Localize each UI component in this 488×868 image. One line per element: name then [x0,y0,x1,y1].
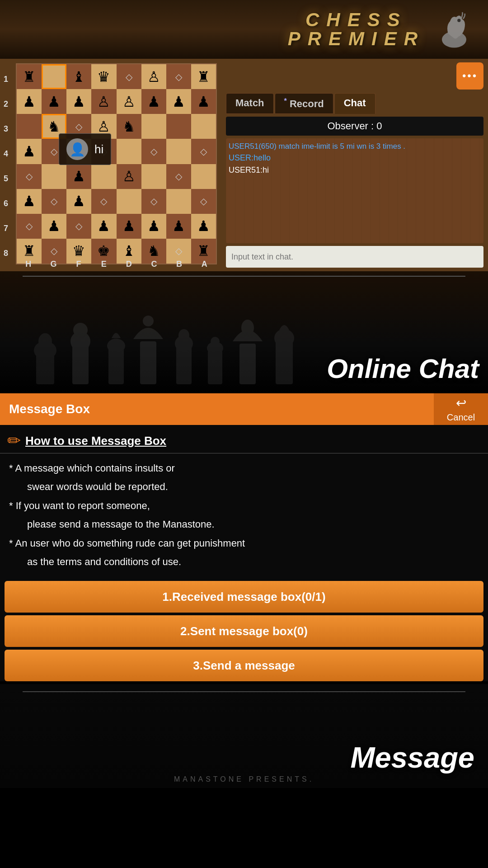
chess-cell [42,164,66,189]
pen-icon: ✏ [7,431,21,450]
svg-point-10 [107,339,125,353]
rule-line-3: * If you want to report someone, [9,497,479,514]
tooltip-text: hi [94,142,103,156]
app-header: CHESS PREMIER [0,0,488,59]
tab-record[interactable]: * Record [275,93,333,114]
chess-cell [91,164,116,189]
chess-board-container: 1 2 3 4 5 6 7 8 ♜ ♝ ♛ ◇ ♙ ◇ ♜ ♟ ♟ ♟ ♙ ♙ … [0,59,221,271]
message-box-section: Message Box ↩ Cancel ✏ How to use Messag… [0,393,488,681]
rule-line-2: swear words would be reported. [9,478,479,495]
chess-cell [117,189,141,214]
chat-input[interactable] [226,246,483,268]
svg-point-1 [457,19,460,22]
chess-cell: ♙ [141,64,166,89]
tab-match[interactable]: Match [226,93,274,114]
rule-line-6: as the terms and conditions of use. [9,553,479,570]
svg-point-8 [73,323,88,337]
chat-log: USER51(650) match ime-limit is 5 mi wn i… [226,138,483,243]
menu-dots-icon: ••• [462,70,478,82]
chess-cell: ♟ [141,89,166,114]
chat-message-1: USER:hello [229,152,481,164]
row-label-5: 5 [4,166,8,191]
rule-line-4: please send a message to the Manastone. [9,516,479,533]
rule-line-5: * An user who do something rude can get … [9,535,479,552]
chess-cell: ◇ [141,189,166,214]
svg-rect-5 [41,335,50,344]
col-label: C [141,259,167,269]
board-row-labels: 1 2 3 4 5 6 7 8 [4,67,8,266]
board-col-labels: H G F E D C B A [16,259,217,269]
chess-cell: ♟ [166,214,191,239]
app-logo: CHESS PREMIER [288,10,425,48]
chess-cell: ◇ [166,64,191,89]
row-label-4: 4 [4,142,8,166]
message-section-label: Message [350,741,474,774]
game-section: 1 2 3 4 5 6 7 8 ♜ ♝ ♛ ◇ ♙ ◇ ♜ ♟ ♟ ♟ ♙ ♙ … [0,59,488,271]
chess-cell: ♞ [117,114,141,139]
tab-record-asterisk: * [284,97,287,105]
how-to-content: * A message which contains insults or sw… [0,453,488,578]
chess-cell: ♟ [166,89,191,114]
chess-cell: ♟ [141,214,166,239]
message-box-header: Message Box ↩ Cancel [0,393,488,425]
menu-button[interactable]: ••• [456,62,483,90]
svg-rect-19 [239,344,256,384]
chess-cell [117,139,141,164]
svg-rect-16 [208,350,222,384]
chess-cell: ♛ [91,64,116,89]
row-label-7: 7 [4,216,8,241]
bottom-divider [23,691,465,692]
chess-cell-highlighted [42,64,66,89]
how-to-title: How to use Message Box [25,434,166,448]
chess-cell: ♟ [42,89,66,114]
col-label: G [41,259,66,269]
how-to-header: ✏ How to use Message Box [0,425,488,453]
tab-chat[interactable]: Chat [334,93,375,114]
chess-cell: ◇ [117,64,141,89]
chess-cell: ♟ [91,214,116,239]
chess-cell [166,189,191,214]
row-label-8: 8 [4,241,8,266]
online-chat-label: Online Chat [327,353,479,384]
message-box-title-bar: Message Box [0,393,434,425]
chess-cell: ♟ [17,89,42,114]
chess-cell: ♙ [117,89,141,114]
chat-tooltip: 👤 hi [59,133,111,165]
row-label-6: 6 [4,191,8,216]
tooltip-avatar: 👤 [66,138,88,160]
chess-cell: ♝ [66,64,91,89]
logo-horse-icon [434,9,474,50]
chess-cell: ◇ [17,164,42,189]
col-label: A [192,259,217,269]
chess-cell: ◇ [17,214,42,239]
sent-message-box-button[interactable]: 2.Sent message box(0) [5,615,483,647]
svg-point-20 [241,320,254,336]
chess-cell: ♙ [91,89,116,114]
send-message-button[interactable]: 3.Send a message [5,650,483,681]
chess-cell: ♟ [117,214,141,239]
received-message-box-button[interactable]: 1.Received message box(0/1) [5,581,483,613]
chat-message-2: USER51:hi [229,164,481,176]
svg-point-12 [143,316,154,326]
chess-cell [166,139,191,164]
chess-cell: ◇ [42,189,66,214]
chess-cell: ♟ [191,214,216,239]
chess-cell [17,114,42,139]
chess-cell: ♟ [191,89,216,114]
chess-cell: ◇ [66,214,91,239]
online-chat-section: Online Chat [0,271,488,393]
row-label-3: 3 [4,117,8,142]
svg-point-18 [211,337,220,346]
message-box-title: Message Box [9,402,90,416]
cancel-button[interactable]: ↩ Cancel [434,393,488,425]
col-label: E [91,259,117,269]
chess-cell: ♟ [42,214,66,239]
chess-cell: ◇ [191,139,216,164]
chess-cell: ♟ [17,189,42,214]
col-label: D [117,259,142,269]
row-label-1: 1 [4,67,8,92]
right-panel: ••• Match * Record Chat Observer : 0 USE… [221,59,488,271]
chess-cell: ♜ [191,64,216,89]
chess-cell: ♟ [17,139,42,164]
chess-cell: ◇ [141,139,166,164]
